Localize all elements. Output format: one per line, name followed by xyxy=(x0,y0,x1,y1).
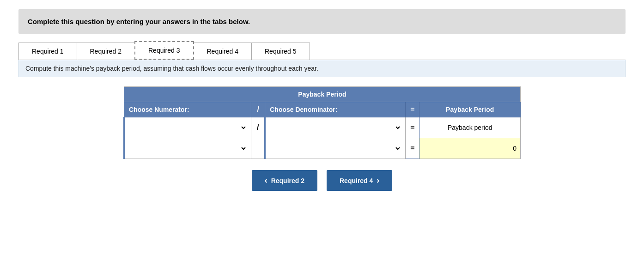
numerator-dropdown-2[interactable] xyxy=(128,141,247,156)
tabs-container: Required 1 Required 2 Required 3 Require… xyxy=(18,41,626,60)
instruction-bar: Complete this question by entering your … xyxy=(18,9,626,34)
result-value-cell[interactable]: 0 xyxy=(419,138,521,159)
nav-buttons: Required 2 Required 4 xyxy=(18,170,626,191)
equals-header: = xyxy=(406,102,419,117)
tab-required-4[interactable]: Required 4 xyxy=(194,43,252,60)
tab-required-3[interactable]: Required 3 xyxy=(134,41,194,60)
denominator-select-cell[interactable] xyxy=(265,117,406,138)
next-chevron-icon xyxy=(377,176,379,185)
next-button[interactable]: Required 4 xyxy=(327,170,392,191)
prev-button[interactable]: Required 2 xyxy=(252,170,317,191)
result-value: 0 xyxy=(513,145,516,152)
prev-chevron-icon xyxy=(265,176,267,185)
col-denominator-header: Choose Denominator: xyxy=(265,102,406,117)
description-bar: Compute this machine's payback period, a… xyxy=(18,60,626,77)
instruction-text: Complete this question by entering your … xyxy=(28,18,250,25)
denominator-select-cell-2[interactable] xyxy=(265,138,406,159)
numerator-select-cell[interactable] xyxy=(124,117,251,138)
row1-divider: / xyxy=(251,117,265,138)
table-section: Payback Period Choose Numerator: / Choos… xyxy=(123,86,521,159)
tab-required-1[interactable]: Required 1 xyxy=(18,43,77,60)
table-title: Payback Period xyxy=(124,87,521,102)
row2-empty xyxy=(251,138,265,159)
prev-button-label: Required 2 xyxy=(271,177,304,184)
description-text: Compute this machine's payback period, a… xyxy=(25,65,318,72)
col-result-header: Payback Period xyxy=(419,102,521,117)
denominator-dropdown[interactable] xyxy=(269,120,401,135)
divider-header: / xyxy=(251,102,265,117)
numerator-dropdown[interactable] xyxy=(128,120,247,135)
tab-required-5[interactable]: Required 5 xyxy=(251,43,310,60)
next-button-label: Required 4 xyxy=(340,177,373,184)
numerator-select-cell-2[interactable] xyxy=(124,138,251,159)
result-label-cell: Payback period xyxy=(419,117,521,138)
tab-required-2[interactable]: Required 2 xyxy=(77,43,135,60)
row2-equals: = xyxy=(406,138,419,159)
col-numerator-header: Choose Numerator: xyxy=(124,102,251,117)
row1-equals: = xyxy=(406,117,419,138)
payback-period-table: Payback Period Choose Numerator: / Choos… xyxy=(123,86,521,159)
denominator-dropdown-2[interactable] xyxy=(269,141,401,156)
